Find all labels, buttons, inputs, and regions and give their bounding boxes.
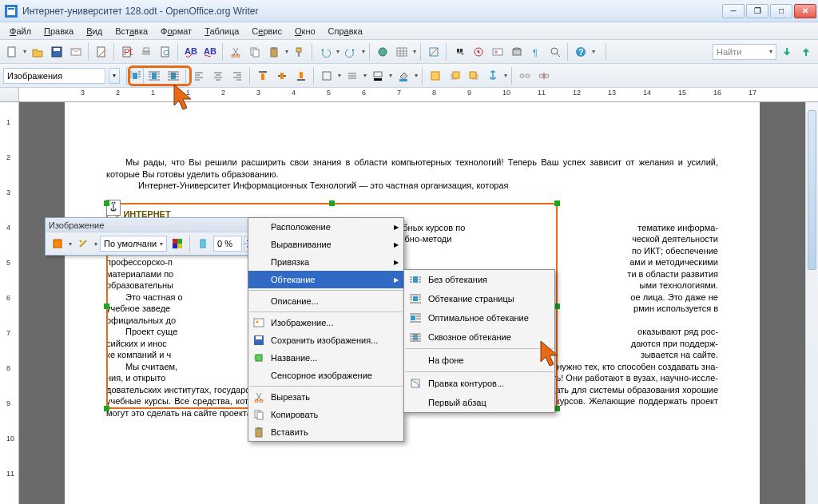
find-combo[interactable]: Найти▾ (713, 44, 776, 60)
ctx-cut[interactable]: Вырезать (248, 388, 403, 406)
email-button[interactable] (67, 43, 85, 61)
frame-props-button[interactable] (427, 67, 444, 85)
ctx-arrange[interactable]: Расположение▶ (248, 218, 403, 236)
align-right-button[interactable] (228, 67, 246, 85)
anchor-button[interactable] (484, 67, 502, 85)
spellcheck-button[interactable]: ABC (182, 43, 200, 61)
ctx-copy[interactable]: Копировать (248, 406, 403, 423)
vertical-scrollbar[interactable] (805, 102, 818, 504)
hyperlink-button[interactable] (374, 43, 391, 61)
maximize-button[interactable]: □ (770, 4, 792, 18)
chain-button[interactable] (516, 67, 534, 85)
preview-button[interactable] (157, 43, 174, 61)
help-button[interactable]: ? (572, 43, 590, 61)
autospell-button[interactable]: ABC (201, 43, 219, 61)
drawing-button[interactable] (425, 43, 443, 61)
close-button[interactable]: ✕ (794, 4, 816, 18)
resize-handle-w[interactable] (104, 304, 109, 309)
format-paint-button[interactable] (291, 43, 308, 61)
filter-button[interactable] (49, 235, 66, 252)
menu-edit[interactable]: Правка (39, 25, 78, 38)
unchain-button[interactable] (535, 67, 553, 85)
new-button[interactable] (3, 43, 21, 61)
wrap-submenu[interactable]: Без обтекания Обтекание страницы Оптимал… (403, 269, 555, 413)
wrap-through-button[interactable] (165, 67, 182, 85)
scrollbar-thumb[interactable] (808, 110, 816, 270)
find-next-button[interactable] (778, 43, 796, 61)
sub-none[interactable]: Без обтекания (404, 270, 554, 289)
border-style-button[interactable] (343, 67, 361, 85)
ctx-wrap[interactable]: Обтекание▶ (248, 271, 403, 288)
graphics-mode-combo[interactable]: По умолчани▾ (100, 236, 167, 252)
align-left-button[interactable] (190, 67, 208, 85)
menu-window[interactable]: Окно (290, 25, 320, 38)
ctx-anchor[interactable]: Привязка▶ (248, 253, 403, 271)
menu-view[interactable]: Вид (81, 25, 107, 38)
menu-format[interactable]: Формат (156, 25, 197, 38)
valign-bot-button[interactable] (292, 67, 310, 85)
sub-first[interactable]: Первый абзац (404, 393, 554, 412)
align-center-button[interactable] (209, 67, 227, 85)
ctx-align[interactable]: Выравнивание▶ (248, 236, 403, 253)
menu-tools[interactable]: Сервис (247, 25, 287, 38)
ctx-sensory[interactable]: Сенсорное изображение (248, 367, 403, 384)
find-prev-button[interactable] (797, 43, 815, 61)
zoom-button[interactable] (546, 43, 564, 61)
style-dropdown-button[interactable]: ▾ (109, 68, 120, 84)
front-button[interactable] (446, 67, 463, 85)
color-button[interactable] (169, 235, 186, 252)
open-button[interactable] (29, 43, 46, 61)
table-button[interactable] (393, 43, 411, 61)
wrap-page-button[interactable] (145, 67, 163, 85)
ctx-name[interactable]: Название... (248, 349, 403, 367)
datasource-button[interactable] (508, 43, 526, 61)
valign-top-button[interactable] (254, 67, 272, 85)
sub-page[interactable]: Обтекание страницы (404, 289, 554, 308)
border-color-button[interactable] (369, 67, 387, 85)
sub-bg[interactable]: На фоне (404, 351, 554, 370)
menu-insert[interactable]: Вставка (110, 25, 153, 38)
resize-handle-ne[interactable] (554, 200, 560, 206)
save-button[interactable] (48, 43, 66, 61)
ctx-description[interactable]: Описание... (248, 292, 403, 310)
border-button[interactable] (318, 67, 336, 85)
svg-rect-26 (457, 49, 459, 52)
sub-through[interactable]: Сквозное обтекание (404, 327, 554, 347)
export-pdf-button[interactable]: PDF (118, 43, 136, 61)
style-combo[interactable]: Изображения (3, 68, 105, 84)
ctx-paste[interactable]: Вставить (248, 423, 403, 441)
find-button[interactable] (451, 43, 468, 61)
transparency-value[interactable]: 0 % (213, 236, 242, 252)
valign-mid-button[interactable] (273, 67, 291, 85)
menu-table[interactable]: Таблица (200, 25, 244, 38)
redo-button[interactable] (342, 43, 359, 61)
sub-contour[interactable]: Правка контуров... (404, 374, 554, 393)
paste-button[interactable] (265, 43, 283, 61)
cut-button[interactable] (227, 43, 244, 61)
ctx-image[interactable]: Изображение... (248, 314, 403, 331)
resize-handle-nw[interactable] (104, 200, 109, 206)
tools-button[interactable] (74, 235, 92, 252)
bg-color-button[interactable] (395, 67, 412, 85)
resize-handle-sw[interactable] (104, 406, 109, 411)
edit-doc-button[interactable] (93, 43, 110, 61)
nonprint-button[interactable]: ¶ (527, 43, 545, 61)
print-button[interactable] (137, 43, 155, 61)
resize-handle-e[interactable] (554, 304, 560, 309)
context-menu[interactable]: Расположение▶ Выравнивание▶ Привязка▶ Об… (248, 217, 404, 442)
navigator-button[interactable] (470, 43, 487, 61)
sub-optimal[interactable]: Оптимальное обтекание (404, 308, 554, 327)
restore-button[interactable]: ❐ (746, 4, 768, 18)
ctx-save-image[interactable]: Сохранить изображения... (248, 331, 403, 349)
back-button[interactable] (465, 67, 482, 85)
resize-handle-se[interactable] (554, 406, 560, 411)
copy-button[interactable] (246, 43, 264, 61)
menu-file[interactable]: Файл (5, 25, 36, 38)
resize-handle-n[interactable] (329, 200, 335, 206)
undo-button[interactable] (316, 43, 334, 61)
menu-bar: Файл Правка Вид Вставка Формат Таблица С… (0, 22, 818, 40)
menu-help[interactable]: Справка (324, 25, 367, 38)
minimize-button[interactable]: ─ (722, 4, 745, 18)
wrap-off-button[interactable] (126, 67, 144, 85)
gallery-button[interactable] (489, 43, 506, 61)
